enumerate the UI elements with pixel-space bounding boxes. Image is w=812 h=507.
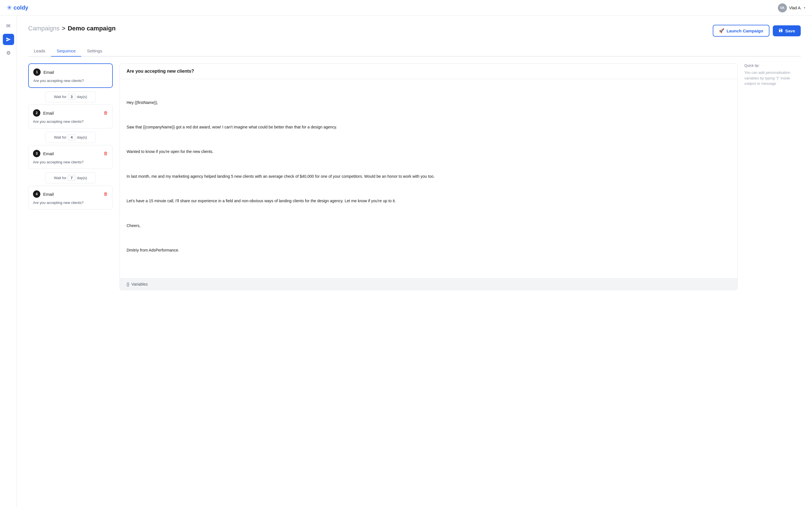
tab-leads[interactable]: Leads — [28, 46, 51, 57]
chevron-down-icon: ▾ — [804, 6, 805, 9]
breadcrumb: Campaigns > Demo campaign — [28, 25, 116, 32]
breadcrumb-separator: > — [62, 25, 65, 32]
delete-item-4[interactable]: 🗑 — [103, 191, 108, 196]
tab-bar: Leads Sequence Settings — [28, 46, 801, 57]
wait-label-1: Wait for — [54, 95, 66, 99]
sequence-item-4[interactable]: 4 Email 🗑 Are you accepting new clients? — [28, 186, 113, 210]
content-row: 1 Email Are you accepting new clients? W… — [28, 63, 801, 290]
sidebar-item-settings[interactable]: ⚙ — [3, 47, 14, 59]
seq-type-3: Email — [43, 151, 54, 156]
breadcrumb-parent[interactable]: Campaigns — [28, 25, 59, 32]
tab-sequence[interactable]: Sequence — [51, 46, 82, 57]
delete-item-2[interactable]: 🗑 — [103, 110, 108, 115]
wait-days-1: 3 — [68, 94, 75, 100]
quick-tip-title: Quick tip: — [744, 63, 801, 68]
wait-box-2[interactable]: Wait for 4 day(s) — [45, 132, 96, 143]
wait-box-1[interactable]: Wait for 3 day(s) — [45, 91, 96, 102]
sidebar-item-mail[interactable]: ✉ — [3, 20, 14, 32]
seq-num-4: 4 — [33, 190, 40, 198]
variables-icon: {} — [126, 282, 129, 286]
sidebar: ✉ ⚙ — [0, 16, 17, 507]
main-content: Campaigns > Demo campaign 🚀 Launch Campa… — [17, 16, 812, 507]
logo-star-icon: ✳ — [7, 4, 12, 11]
page-header: Campaigns > Demo campaign 🚀 Launch Campa… — [28, 25, 801, 39]
logo-text: coldy — [13, 4, 28, 11]
wait-days-2: 4 — [68, 134, 75, 140]
sequence-list: 1 Email Are you accepting new clients? W… — [28, 63, 113, 290]
seq-type-4: Email — [43, 192, 54, 196]
delete-item-3[interactable]: 🗑 — [103, 151, 108, 156]
seq-type-1: Email — [43, 70, 54, 75]
sequence-item-2[interactable]: 2 Email 🗑 Are you accepting new clients? — [28, 105, 113, 128]
seq-num-2: 2 — [33, 109, 40, 117]
seq-subject-3: Are you accepting new clients? — [33, 160, 108, 164]
wait-label-2: Wait for — [54, 135, 66, 139]
tab-settings[interactable]: Settings — [81, 46, 108, 57]
launch-campaign-button[interactable]: 🚀 Launch Campaign — [713, 25, 769, 37]
wait-suffix-2: day(s) — [77, 135, 87, 139]
email-editor: Are you accepting new clients? Hey {{fir… — [119, 63, 738, 290]
email-subject[interactable]: Are you accepting new clients? — [120, 64, 737, 79]
seq-num-3: 3 — [33, 150, 40, 157]
seq-subject-4: Are you accepting new clients? — [33, 201, 108, 205]
email-body[interactable]: Hey {{firstName}}, Saw that {{companyNam… — [120, 79, 737, 278]
quick-tip-body: You can add personalisation variables by… — [744, 70, 801, 87]
wait-label-3: Wait for — [54, 176, 66, 180]
variables-label: Variables — [132, 282, 147, 286]
seq-subject-2: Are you accepting new clients? — [33, 119, 108, 124]
rocket-icon: 🚀 — [719, 28, 724, 33]
wait-suffix-1: day(s) — [77, 95, 87, 99]
seq-num-1: 1 — [33, 68, 41, 76]
breadcrumb-current: Demo campaign — [68, 25, 116, 32]
sequence-item-1[interactable]: 1 Email Are you accepting new clients? — [28, 63, 113, 88]
layout: ✉ ⚙ Campaigns > Demo campaign 🚀 Launch C… — [0, 16, 812, 507]
seq-subject-1: Are you accepting new clients? — [33, 78, 108, 83]
avatar: VA — [778, 3, 787, 12]
seq-type-2: Email — [43, 111, 54, 115]
quick-tip: Quick tip: You can add personalisation v… — [744, 63, 801, 290]
logo: ✳ coldy — [7, 4, 28, 11]
header-actions: 🚀 Launch Campaign Save — [713, 25, 801, 37]
topnav: ✳ coldy VA Vlad A. ▾ — [0, 0, 812, 16]
wait-box-3[interactable]: Wait for 7 day(s) — [45, 172, 96, 183]
wait-suffix-3: day(s) — [77, 176, 87, 180]
sidebar-item-campaigns[interactable] — [3, 34, 14, 45]
user-name: Vlad A. — [789, 6, 802, 10]
variables-bar[interactable]: {} Variables — [120, 278, 737, 290]
wait-days-3: 7 — [68, 175, 75, 181]
save-button[interactable]: Save — [773, 25, 801, 36]
user-menu[interactable]: VA Vlad A. ▾ — [778, 3, 805, 12]
save-icon — [778, 28, 783, 34]
sequence-item-3[interactable]: 3 Email 🗑 Are you accepting new clients? — [28, 145, 113, 169]
